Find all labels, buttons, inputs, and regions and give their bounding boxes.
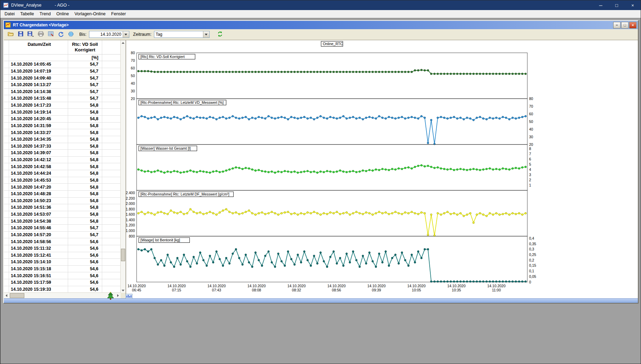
table-row[interactable]: 14.10.2020 14:19:1454,8	[4, 109, 121, 116]
table-row[interactable]: 14.10.2020 14:57:2054,7	[4, 232, 121, 239]
table-edit-button[interactable]	[46, 30, 55, 39]
zeitraum-dropdown-arrow[interactable]	[203, 31, 209, 38]
svg-text:08:56: 08:56	[332, 288, 341, 292]
child-maximize-button[interactable]: □	[621, 22, 628, 28]
table-row[interactable]: 14.10.2020 14:42:1254,8	[4, 157, 121, 164]
svg-text:14.10.2020: 14.10.2020	[128, 284, 146, 288]
value-column-header[interactable]: Rtc: VD Soll Korrigiert	[68, 40, 102, 54]
row-datetime: 14.10.2020 14:58:56	[9, 238, 68, 245]
svg-text:0,35: 0,35	[529, 242, 536, 246]
child-titlebar[interactable]: RT Chargendaten <Vorlage> − □ ×	[4, 21, 638, 29]
save-button[interactable]	[16, 30, 25, 39]
table-row[interactable]: 14.10.2020 14:14:3854,7	[4, 89, 121, 96]
table-row[interactable]: 14.10.2020 15:19:3354,6	[4, 286, 121, 293]
svg-text:1.000: 1.000	[126, 229, 135, 233]
row-value: 54,8	[68, 129, 102, 136]
row-selector	[4, 82, 9, 88]
table-row[interactable]: 14.10.2020 14:09:4054,7	[4, 75, 121, 82]
row-datetime: 14.10.2020 14:13:27	[9, 82, 68, 88]
svg-text:10:05: 10:05	[412, 288, 421, 292]
scroll-left-icon[interactable]	[4, 293, 9, 298]
table-row[interactable]: 14.10.2020 14:17:2354,8	[4, 102, 121, 109]
refresh-button[interactable]	[216, 30, 225, 39]
table-row[interactable]: 14.10.2020 14:54:3854,8	[4, 218, 121, 225]
table-row[interactable]: 14.10.2020 14:45:5354,8	[4, 177, 121, 184]
row-value: 54,8	[68, 191, 102, 197]
table-row[interactable]: 14.10.2020 15:15:1854,6	[4, 266, 121, 273]
menu-trend[interactable]: Trend	[37, 10, 54, 17]
minimize-button[interactable]: ─	[593, 0, 609, 10]
row-value: 54,8	[68, 109, 102, 115]
svg-text:0,4: 0,4	[529, 236, 534, 240]
bis-date-input[interactable]: 14.10.2020	[89, 31, 129, 38]
row-selector	[4, 184, 9, 190]
redo-button[interactable]	[56, 30, 65, 39]
menu-fenster[interactable]: Fenster	[108, 10, 129, 17]
open-button[interactable]	[6, 30, 15, 39]
svg-text:09:39: 09:39	[372, 288, 381, 292]
table-row[interactable]: 14.10.2020 14:58:5654,6	[4, 238, 121, 245]
menu-datei[interactable]: Datei	[2, 10, 17, 17]
row-datetime: 14.10.2020 15:12:41	[9, 252, 68, 259]
table-row[interactable]: 14.10.2020 14:48:2854,8	[4, 191, 121, 198]
svg-text:10:35: 10:35	[452, 288, 461, 292]
table-row[interactable]: 14.10.2020 15:17:5954,6	[4, 279, 121, 286]
horizontal-scroll-thumb[interactable]	[10, 293, 24, 298]
row-value: 54,6	[68, 245, 102, 252]
row-datetime: 14.10.2020 15:19:33	[9, 286, 68, 293]
printer-icon	[38, 31, 44, 38]
svg-text:1: 1	[529, 183, 531, 187]
horizontal-scrollbar[interactable]	[4, 292, 121, 298]
table-row[interactable]: 14.10.2020 14:39:0754,8	[4, 150, 121, 157]
zeitraum-select[interactable]: Tag	[154, 31, 210, 38]
table-row[interactable]: 14.10.2020 14:50:2354,8	[4, 198, 121, 205]
globe-icon	[68, 31, 74, 38]
table-row[interactable]: 14.10.2020 14:55:4654,7	[4, 225, 121, 232]
close-button[interactable]: ×	[625, 0, 641, 10]
table-row[interactable]: 14.10.2020 14:47:2054,8	[4, 184, 121, 191]
row-datetime: 14.10.2020 15:15:18	[9, 266, 68, 272]
svg-text:50: 50	[131, 74, 135, 78]
print-button[interactable]	[36, 30, 45, 39]
table-row[interactable]: 14.10.2020 14:15:4854,7	[4, 95, 121, 102]
table-row[interactable]: 14.10.2020 14:37:3354,8	[4, 143, 121, 150]
table-row[interactable]: 14.10.2020 15:14:1054,6	[4, 259, 121, 266]
table-row[interactable]: 14.10.2020 14:05:4554,7	[4, 61, 121, 68]
table-row[interactable]: 14.10.2020 15:12:4154,6	[4, 252, 121, 259]
row-value: 54,7	[68, 89, 102, 95]
row-selector	[4, 286, 9, 293]
maximize-button[interactable]: □	[609, 0, 625, 10]
row-value: 54,8	[68, 177, 102, 184]
table-row[interactable]: 14.10.2020 14:31:5954,8	[4, 123, 121, 130]
datetime-column-header[interactable]: Datum/Zeit	[9, 40, 68, 54]
child-minimize-button[interactable]: −	[613, 22, 620, 28]
svg-text:70: 70	[529, 104, 533, 108]
table-row[interactable]: 14.10.2020 14:44:2454,8	[4, 170, 121, 177]
row-datetime: 14.10.2020 14:53:07	[9, 211, 68, 218]
svg-text:2: 2	[529, 178, 531, 182]
table-row[interactable]: 14.10.2020 14:51:3654,8	[4, 204, 121, 211]
table-row[interactable]: 14.10.2020 14:34:3554,8	[4, 136, 121, 143]
table-row[interactable]: 14.10.2020 14:13:2754,7	[4, 82, 121, 89]
table-row[interactable]: 14.10.2020 14:53:0754,8	[4, 211, 121, 218]
row-selector	[4, 232, 9, 238]
menu-online[interactable]: Online	[54, 10, 72, 17]
row-datetime: 14.10.2020 15:11:32	[9, 245, 68, 252]
svg-text:50: 50	[529, 119, 533, 124]
globe-button[interactable]	[66, 30, 75, 39]
bis-dropdown-arrow[interactable]	[123, 31, 129, 38]
table-row[interactable]: 14.10.2020 15:16:5154,6	[4, 272, 121, 279]
table-row[interactable]: 14.10.2020 14:07:1954,7	[4, 68, 121, 75]
menu-vorlagen-online[interactable]: Vorlagen-Online	[72, 10, 108, 17]
menu-tabelle[interactable]: Tabelle	[17, 10, 37, 17]
row-value: 54,8	[68, 163, 102, 170]
unit-row: [%]	[4, 55, 121, 61]
table-row[interactable]: 14.10.2020 15:11:3254,6	[4, 245, 121, 252]
save-as-button[interactable]	[26, 30, 35, 39]
table-row[interactable]: 14.10.2020 14:33:2754,8	[4, 129, 121, 136]
table-row[interactable]: 14.10.2020 14:20:4554,8	[4, 116, 121, 123]
svg-text:[Rtc-Probennahme] Rtc: LetzteM: [Rtc-Probennahme] Rtc: LetzteM DF_Messwe…	[140, 192, 229, 196]
child-close-button[interactable]: ×	[629, 22, 636, 28]
trend-chart[interactable]: Online_RTC80706050403020[Rtc] Rtc: VD-So…	[119, 40, 638, 299]
table-row[interactable]: 14.10.2020 14:42:5854,8	[4, 163, 121, 170]
